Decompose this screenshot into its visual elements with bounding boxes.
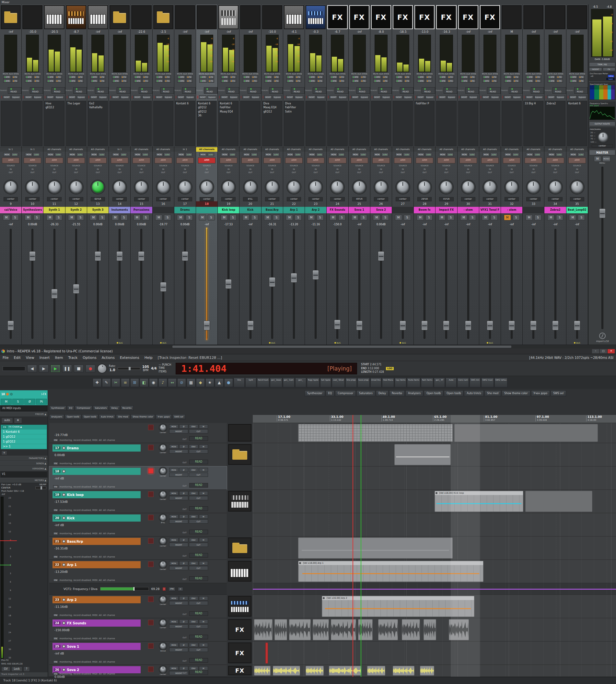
input-route-label[interactable]: IN — [153, 168, 174, 171]
master-label[interactable]: MASTER — [589, 150, 615, 155]
fx-send-button[interactable]: FX — [556, 75, 563, 79]
envelope-bypass-button[interactable]: i — [162, 587, 166, 591]
close-button[interactable]: ✕ — [608, 349, 615, 354]
plugin-slot[interactable]: gEQ12 — [198, 110, 216, 114]
arm-button[interactable]: ARM — [241, 157, 259, 164]
mixer-strip[interactable]: -infMSTR AUX RTRNRTEFXRTEFXTRIM/RDREADIN… — [240, 4, 261, 345]
toolbar-action-button[interactable]: SWS/ defau — [494, 378, 508, 387]
time-signature[interactable]: 4/4 — [151, 366, 157, 370]
mute-button[interactable]: M — [395, 215, 402, 220]
arm-button[interactable]: ARM — [45, 157, 63, 164]
auto-button[interactable]: auto — [534, 153, 541, 156]
solo-button[interactable]: S — [534, 215, 542, 220]
tcp-m-button[interactable]: M — [199, 468, 208, 472]
read-button[interactable]: READ — [269, 87, 283, 94]
device-icon[interactable] — [218, 5, 239, 29]
fx-slot-list[interactable]: Kontakt 6 — [567, 101, 587, 146]
solo-button[interactable]: S — [338, 215, 346, 220]
input-route-label[interactable]: IN — [479, 168, 501, 171]
arrange-item[interactable] — [329, 666, 361, 676]
route-button[interactable]: RTE — [352, 75, 359, 79]
arrange-item[interactable] — [367, 666, 385, 676]
pan-knob[interactable] — [331, 180, 344, 194]
arrange-row[interactable] — [253, 423, 616, 443]
arrange-item[interactable] — [358, 619, 373, 640]
toolbar-icon-button[interactable]: ⊞ — [130, 378, 139, 387]
mixer-strip[interactable]: -inf-6-18-30-42-54MSTR AUX RTRNRTEFXRTEF… — [218, 4, 240, 345]
arm-button[interactable]: ARM — [307, 157, 324, 164]
fader-thumb[interactable] — [291, 273, 297, 283]
volume-fader[interactable] — [87, 228, 109, 340]
track-number[interactable]: 30 — [458, 201, 479, 207]
route-button[interactable]: RTE — [286, 79, 294, 83]
tcp-row[interactable]: 21Bass/Arp-16.31dBFXmonitoring, record d… — [49, 536, 227, 560]
input-selector[interactable]: All channels — [479, 147, 501, 152]
read-button[interactable]: READ — [204, 87, 217, 94]
tcp-m-button[interactable]: M — [199, 538, 208, 542]
bypass-button[interactable]: bypass — [229, 95, 238, 99]
insert-button[interactable]: INSRT — [395, 95, 402, 99]
tcp-pan-knob[interactable] — [159, 561, 167, 568]
tcp-header[interactable]: 17Drams — [52, 445, 141, 452]
fx-slot-list[interactable]: 33:Big H — [523, 101, 544, 146]
tcp-header[interactable]: 22Arp 1 — [52, 561, 141, 568]
mixer-strip[interactable]: -0.3MSTR AUX RTRNRTEFXRTEFXTRIM/RDREADIN… — [305, 4, 327, 345]
mon-button[interactable]: MON — [374, 153, 381, 156]
plugin-slot[interactable]: 33:Big H — [525, 102, 542, 106]
arm-button[interactable]: ARM — [89, 157, 107, 164]
mixer-strip[interactable]: -2.5-6-18-30-42-54MSTR AUX RTRNRTEFXRTEF… — [153, 4, 174, 345]
mon-button[interactable]: MON — [352, 153, 359, 156]
tcp-track-name[interactable]: Sova 1 — [67, 645, 80, 648]
volume-fader[interactable] — [240, 228, 261, 340]
tcp-track-name[interactable]: Arp 1 — [67, 563, 77, 567]
mute-button[interactable]: M — [373, 215, 380, 220]
fx-send-button[interactable]: FX — [360, 75, 367, 79]
route-button[interactable]: RTE — [286, 75, 294, 79]
solo-button[interactable]: S — [404, 215, 411, 220]
volume-fader[interactable] — [414, 228, 435, 340]
read-button[interactable]: READ — [139, 87, 152, 94]
fader-thumb[interactable] — [574, 321, 580, 330]
fx-toolbar-button[interactable]: SWS sel — [551, 390, 566, 397]
tcp-arm-button[interactable] — [148, 666, 154, 672]
fx-send-button[interactable]: FX — [229, 75, 236, 79]
auto-button[interactable]: auto — [381, 153, 389, 156]
track-number[interactable]: 25 — [349, 201, 370, 207]
toolbar-icon-button[interactable]: ↔ — [168, 378, 177, 387]
fx-slot-list[interactable] — [240, 101, 260, 146]
prev-button[interactable]: ◀ — [27, 365, 37, 372]
track-name[interactable]: Synth 2 — [65, 207, 87, 213]
toolbar-action-button[interactable]: Cpy items — [395, 378, 406, 387]
mixer-hscrollbar[interactable] — [0, 345, 616, 348]
mute-button[interactable]: M — [155, 215, 162, 220]
input-route-label[interactable]: IN — [567, 168, 588, 171]
toolbar-icon-button[interactable]: ▲ — [215, 378, 224, 387]
route-button[interactable]: RTE — [3, 79, 11, 83]
input-route-label[interactable]: IN — [283, 168, 305, 171]
input-route-label[interactable]: IN — [305, 168, 326, 171]
auto-button[interactable]: auto — [490, 153, 498, 156]
read-button[interactable]: READ — [160, 87, 174, 94]
fader-thumb[interactable] — [29, 251, 36, 261]
arm-button[interactable]: ARM — [263, 157, 281, 164]
tcp-env-button[interactable]: ENV — [189, 643, 198, 647]
mute-button[interactable]: M — [177, 215, 184, 220]
tcp-record-icon[interactable] — [62, 470, 65, 473]
input-selector[interactable]: All channels — [87, 147, 109, 152]
fx-send-button[interactable]: FX — [229, 79, 236, 83]
envelope-value-bar[interactable] — [100, 587, 149, 591]
toolbar-action-button[interactable]: Save proje — [357, 378, 370, 387]
plugin-slot[interactable]: Kontakt 6 — [198, 102, 216, 106]
tcp-track-name[interactable]: Kick — [67, 516, 75, 520]
mon-button[interactable]: MON — [134, 153, 141, 156]
fader-thumb[interactable] — [399, 321, 406, 330]
route-button[interactable]: RTE — [264, 79, 272, 83]
arrange-row[interactable] — [253, 583, 616, 595]
input-selector[interactable]: All channels — [240, 147, 261, 152]
tcp-record-icon[interactable] — [62, 493, 65, 496]
insert-button[interactable]: INSRT — [352, 95, 359, 99]
output-route-label[interactable]: OUT — [305, 171, 326, 174]
tcp-track-number[interactable]: 24 — [54, 621, 61, 625]
mon-button[interactable]: MON — [243, 153, 250, 156]
toolbar-action-button[interactable]: Togg ripple — [307, 378, 320, 387]
